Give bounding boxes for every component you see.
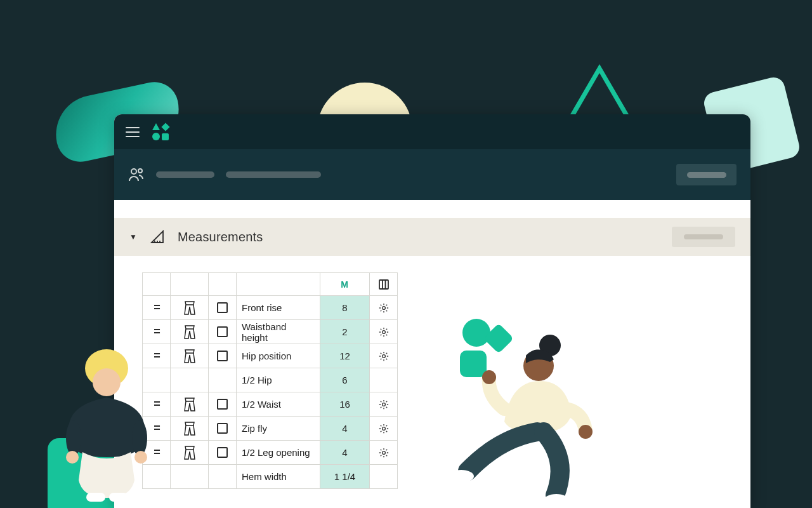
row-checkbox[interactable] <box>217 326 228 337</box>
drag-handle-icon[interactable]: = <box>143 398 170 411</box>
col-header-check <box>209 273 237 296</box>
row-value[interactable]: 4 <box>320 441 370 465</box>
col-header-size[interactable]: M <box>320 273 370 296</box>
svg-point-4 <box>382 330 385 333</box>
row-value[interactable]: 4 <box>320 417 370 441</box>
row-value[interactable]: 12 <box>320 344 370 368</box>
col-header-name <box>237 273 320 296</box>
col-header-columns[interactable] <box>370 273 398 296</box>
row-settings-icon[interactable] <box>370 392 398 417</box>
svg-point-7 <box>382 403 385 406</box>
row-checkbox[interactable] <box>217 351 228 361</box>
row-checkbox[interactable] <box>217 399 228 410</box>
svg-point-3 <box>382 306 385 309</box>
row-settings-icon[interactable] <box>370 465 398 489</box>
table-row: = Waistband height 2 <box>143 320 398 344</box>
row-settings-icon[interactable] <box>370 344 398 368</box>
svg-point-0 <box>131 169 136 174</box>
row-name[interactable]: Hem width <box>237 465 320 489</box>
garment-thumb-icon <box>171 444 208 462</box>
collapse-icon[interactable]: ▼ <box>129 232 137 241</box>
row-settings-icon[interactable] <box>370 417 398 441</box>
row-name[interactable]: 1/2 Hip <box>237 368 320 392</box>
svg-point-5 <box>382 354 385 358</box>
row-settings-icon[interactable] <box>370 368 398 392</box>
svg-point-1 <box>138 169 142 173</box>
app-window: ▼ Measurements M <box>114 114 750 508</box>
row-name[interactable]: Waistband height <box>237 320 320 344</box>
breadcrumb-placeholder-2 <box>226 171 321 178</box>
row-checkbox[interactable] <box>217 423 228 434</box>
row-name[interactable]: Hip position <box>237 344 320 368</box>
titlebar <box>114 114 750 149</box>
row-checkbox[interactable] <box>217 302 228 313</box>
garment-thumb-icon <box>171 420 208 438</box>
svg-point-9 <box>382 451 385 454</box>
breadcrumb-placeholder-1 <box>156 171 214 178</box>
row-value[interactable]: 1 1/4 <box>320 465 370 489</box>
row-name[interactable]: 1/2 Waist <box>237 392 320 417</box>
section-action-button[interactable] <box>672 227 735 247</box>
svg-rect-2 <box>379 280 388 289</box>
drag-handle-icon[interactable]: = <box>143 422 170 435</box>
row-checkbox[interactable] <box>217 447 228 458</box>
menu-icon[interactable] <box>126 127 140 137</box>
row-value[interactable]: 16 <box>320 392 370 417</box>
col-header-thumb <box>171 273 209 296</box>
drag-handle-icon[interactable]: = <box>143 349 170 363</box>
table-row: = 1/2 Leg opening 4 <box>143 441 398 465</box>
row-settings-icon[interactable] <box>370 296 398 320</box>
row-settings-icon[interactable] <box>370 320 398 344</box>
row-value[interactable]: 8 <box>320 296 370 320</box>
row-name[interactable]: 1/2 Leg opening <box>237 441 320 465</box>
row-name[interactable]: Front rise <box>237 296 320 320</box>
table-row: = Hip position 12 <box>143 344 398 368</box>
section-title: Measurements <box>178 230 263 244</box>
drag-handle-icon[interactable]: = <box>143 446 170 459</box>
toolbar <box>114 149 750 200</box>
garment-thumb-icon <box>171 396 208 413</box>
garment-thumb-icon <box>171 299 208 317</box>
table-row: = Zip fly 4 <box>143 417 398 441</box>
table-row: = Front rise 8 <box>143 296 398 320</box>
drag-handle-icon[interactable]: = <box>143 301 170 314</box>
drag-handle-icon[interactable]: = <box>143 325 170 338</box>
col-header-drag <box>143 273 171 296</box>
svg-point-8 <box>382 427 385 430</box>
row-value[interactable]: 2 <box>320 320 370 344</box>
row-value[interactable]: 6 <box>320 368 370 392</box>
table-row: = 1/2 Hip 6 <box>143 368 398 392</box>
measurements-icon <box>150 230 165 244</box>
app-logo-icon <box>152 123 169 140</box>
collaborators-icon[interactable] <box>128 167 145 182</box>
garment-thumb-icon <box>171 323 208 341</box>
garment-thumb-icon <box>171 347 208 365</box>
row-name[interactable]: Zip fly <box>237 417 320 441</box>
section-header: ▼ Measurements <box>114 218 750 256</box>
row-settings-icon[interactable] <box>370 441 398 465</box>
table-row: = Hem width 1 1/4 <box>143 465 398 489</box>
measurements-table: M = Front rise 8 <box>142 272 398 489</box>
content-area: ▼ Measurements M <box>114 200 750 489</box>
table-row: = 1/2 Waist 16 <box>143 392 398 417</box>
toolbar-action-button[interactable] <box>676 164 737 185</box>
